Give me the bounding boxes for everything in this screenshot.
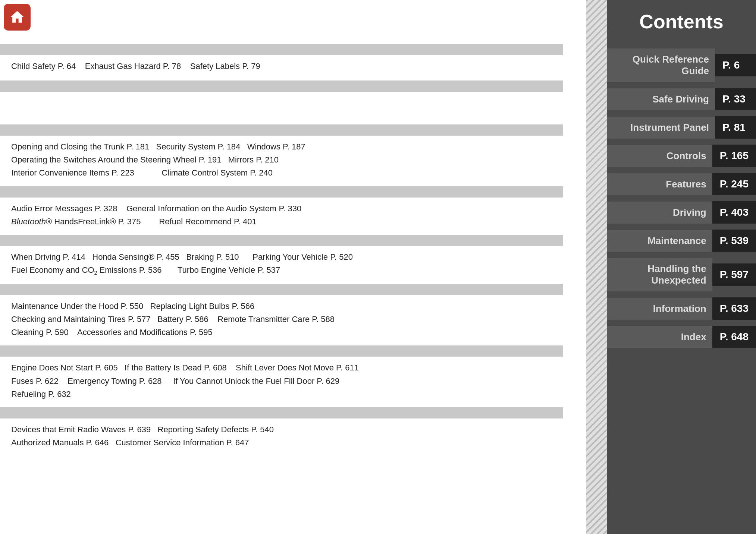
- sidebar-spacer-4: [607, 168, 756, 173]
- sidebar-label-quick-ref: Quick Reference Guide: [607, 48, 715, 82]
- section-content-instrument-panel: Opening and Closing the Trunk P. 181 Sec…: [0, 136, 586, 183]
- main-content: Child Safety P. 64 Exhaust Gas Hazard P.…: [0, 0, 607, 534]
- bluetooth-text: Bluetooth: [11, 217, 46, 226]
- sidebar-label-index: Index: [607, 326, 712, 348]
- information-line2: Authorized Manuals P. 646 Customer Servi…: [11, 436, 575, 449]
- sidebar-item-driving[interactable]: Driving P. 403: [607, 201, 756, 224]
- features-line2: Bluetooth® HandsFreeLink® P. 375 Refuel …: [11, 215, 575, 228]
- sidebar-item-maintenance[interactable]: Maintenance P. 539: [607, 230, 756, 252]
- section-header-instrument-panel: [0, 124, 563, 136]
- maintenance-line3: Cleaning P. 590 Accessories and Modifica…: [11, 326, 575, 339]
- co2-sub: 2: [94, 270, 97, 276]
- features-line1: Audio Error Messages P. 328 General Info…: [11, 202, 575, 215]
- sidebar-label-instrument-panel: Instrument Panel: [607, 117, 715, 139]
- section-header-features: [0, 186, 563, 198]
- section-header-handling: [0, 345, 563, 357]
- sidebar-page-index: P. 648: [712, 326, 756, 348]
- sidebar-spacer-3: [607, 139, 756, 145]
- sidebar-label-maintenance: Maintenance: [607, 230, 712, 252]
- sidebar-label-features: Features: [607, 173, 712, 195]
- sidebar-item-safe-driving[interactable]: Safe Driving P. 33: [607, 88, 756, 110]
- section-header-maintenance: [0, 284, 563, 295]
- sidebar-item-quick-ref[interactable]: Quick Reference Guide P. 6: [607, 48, 756, 82]
- section-content-information: Devices that Emit Radio Waves P. 639 Rep…: [0, 418, 586, 453]
- section-content-driving: When Driving P. 414 Honda Sensing® P. 45…: [0, 246, 586, 281]
- sidebar-item-handling[interactable]: Handling the Unexpected P. 597: [607, 258, 756, 291]
- sidebar-label-information: Information: [607, 298, 712, 320]
- sidebar-spacer-1: [607, 83, 756, 88]
- handling-line2: Fuses P. 622 Emergency Towing P. 628 If …: [11, 375, 575, 388]
- sidebar-spacer-8: [607, 292, 756, 297]
- section-safe-driving: [0, 80, 586, 121]
- section-content-quick-ref: Child Safety P. 64 Exhaust Gas Hazard P.…: [0, 55, 586, 78]
- information-line1: Devices that Emit Radio Waves P. 639 Rep…: [11, 423, 575, 436]
- sidebar-page-features: P. 245: [712, 173, 756, 195]
- section-maintenance: Maintenance Under the Hood P. 550 Replac…: [0, 284, 586, 343]
- sidebar-page-maintenance: P. 539: [712, 230, 756, 252]
- sidebar-spacer-9: [607, 320, 756, 326]
- maintenance-line1: Maintenance Under the Hood P. 550 Replac…: [11, 300, 575, 313]
- sidebar-page-safe-driving: P. 33: [715, 88, 756, 110]
- section-header-safe-driving: [0, 80, 563, 92]
- sidebar-page-driving: P. 403: [712, 201, 756, 224]
- sidebar-page-controls: P. 165: [712, 145, 756, 167]
- section-content-maintenance: Maintenance Under the Hood P. 550 Replac…: [0, 295, 586, 343]
- sidebar-item-controls[interactable]: Controls P. 165: [607, 145, 756, 167]
- sidebar-item-information[interactable]: Information P. 633: [607, 297, 756, 320]
- sidebar-page-quick-ref: P. 6: [715, 54, 756, 76]
- sidebar-page-information: P. 633: [712, 297, 756, 320]
- instrument-line3: Interior Convenience Items P. 223 Climat…: [11, 166, 575, 179]
- section-header-quick-ref: [0, 44, 563, 55]
- sidebar-page-instrument-panel: P. 81: [715, 116, 756, 139]
- stripe-decoration: [586, 0, 607, 534]
- section-content-safe-driving: [0, 92, 586, 121]
- instrument-line1: Opening and Closing the Trunk P. 181 Sec…: [11, 140, 575, 153]
- section-content-features: Audio Error Messages P. 328 General Info…: [0, 198, 586, 232]
- section-handling: Engine Does Not Start P. 605 If the Batt…: [0, 345, 586, 404]
- sidebar-item-instrument-panel[interactable]: Instrument Panel P. 81: [607, 116, 756, 139]
- sidebar-label-handling: Handling the Unexpected: [607, 258, 712, 291]
- section-header-information: [0, 407, 563, 418]
- section-features: Audio Error Messages P. 328 General Info…: [0, 186, 586, 232]
- sidebar: Contents Quick Reference Guide P. 6 Safe…: [607, 0, 756, 534]
- sidebar-label-controls: Controls: [607, 145, 712, 167]
- sidebar-title: Contents: [607, 0, 756, 43]
- handling-line3: Refueling P. 632: [11, 388, 575, 401]
- content-area: Child Safety P. 64 Exhaust Gas Hazard P.…: [0, 7, 586, 453]
- sidebar-item-features[interactable]: Features P. 245: [607, 173, 756, 195]
- driving-line1: When Driving P. 414 Honda Sensing® P. 45…: [11, 250, 575, 263]
- home-icon: [9, 9, 25, 25]
- section-driving: When Driving P. 414 Honda Sensing® P. 45…: [0, 235, 586, 281]
- sidebar-label-safe-driving: Safe Driving: [607, 88, 715, 110]
- section-information: Devices that Emit Radio Waves P. 639 Rep…: [0, 407, 586, 453]
- instrument-line2: Operating the Switches Around the Steeri…: [11, 153, 575, 166]
- sidebar-page-handling: P. 597: [712, 263, 756, 286]
- maintenance-line2: Checking and Maintaining Tires P. 577 Ba…: [11, 313, 575, 326]
- section-quick-ref: Child Safety P. 64 Exhaust Gas Hazard P.…: [0, 44, 586, 78]
- sidebar-spacer-7: [607, 253, 756, 258]
- sidebar-spacer-6: [607, 224, 756, 230]
- section-instrument-panel: Opening and Closing the Trunk P. 181 Sec…: [0, 124, 586, 183]
- sidebar-item-index[interactable]: Index P. 648: [607, 326, 756, 348]
- sidebar-spacer-0: [607, 43, 756, 48]
- driving-line2: Fuel Economy and CO2 Emissions P. 536 Tu…: [11, 263, 575, 277]
- sidebar-spacer-5: [607, 196, 756, 201]
- sidebar-label-driving: Driving: [607, 202, 712, 224]
- section-header-driving: [0, 235, 563, 246]
- section-content-handling: Engine Does Not Start P. 605 If the Batt…: [0, 357, 586, 404]
- quick-ref-line1: Child Safety P. 64 Exhaust Gas Hazard P.…: [11, 60, 575, 73]
- sidebar-spacer-2: [607, 111, 756, 116]
- handling-line1: Engine Does Not Start P. 605 If the Batt…: [11, 361, 575, 374]
- home-button[interactable]: [4, 4, 31, 31]
